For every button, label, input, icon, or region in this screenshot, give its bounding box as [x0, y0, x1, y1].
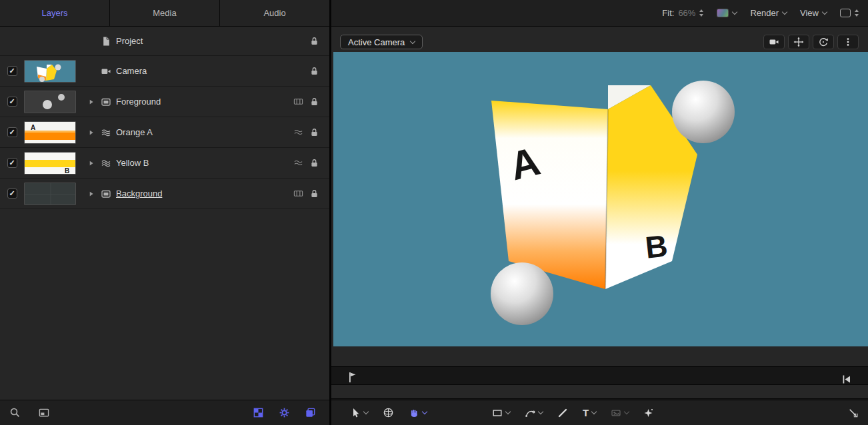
preview-size-icon[interactable] — [38, 407, 50, 418]
sparkle-icon — [643, 408, 654, 418]
rectangle-tool[interactable] — [492, 408, 510, 418]
channels-dropdown[interactable] — [717, 9, 737, 17]
lock-icon[interactable] — [309, 127, 319, 138]
zoom-control[interactable]: Fit: 66% — [662, 8, 703, 18]
svg-text:B: B — [65, 167, 69, 175]
card-left-panel — [491, 101, 608, 289]
disclosure-triangle[interactable] — [87, 98, 95, 106]
expand-timeline-button[interactable] — [847, 407, 859, 418]
foreground-thumbnail[interactable] — [24, 91, 76, 113]
layer-stack-icon — [101, 158, 111, 169]
expand-diagonal-icon — [847, 407, 859, 418]
layer-row-project[interactable]: Project — [0, 27, 329, 56]
layout-stepper[interactable] — [855, 9, 859, 17]
tab-layers[interactable]: Layers — [0, 0, 109, 26]
timeline-scrollbar[interactable] — [331, 384, 868, 399]
rectangle-icon — [492, 408, 503, 418]
paint-stroke-tool[interactable] — [557, 408, 568, 418]
zoom-stepper[interactable] — [699, 9, 703, 17]
search-icon[interactable] — [9, 407, 21, 418]
disclosure-triangle[interactable] — [87, 159, 95, 167]
lock-icon[interactable] — [309, 97, 319, 107]
group-badge-icon[interactable] — [293, 97, 303, 107]
svg-text:A: A — [31, 124, 35, 131]
lock-icon[interactable] — [309, 158, 319, 169]
yellow-b-thumbnail[interactable]: B — [24, 152, 76, 175]
gear-icon[interactable] — [279, 407, 290, 418]
transform-3d-icon — [383, 407, 394, 418]
pan-view-button[interactable] — [788, 35, 809, 49]
layers-panel-footer — [0, 400, 329, 425]
chevron-down-icon — [538, 409, 543, 414]
visibility-checkbox[interactable]: ✓ — [7, 66, 17, 76]
layer-row-foreground[interactable]: ✓ — [0, 87, 329, 117]
group-badge-icon[interactable] — [293, 189, 303, 199]
document-icon — [101, 36, 111, 47]
check-icon: ✓ — [9, 129, 15, 136]
layer-name: Foreground — [115, 97, 293, 107]
layer-name: Camera — [115, 66, 309, 76]
motion-app-window: Layers Media Audio Project — [0, 0, 868, 425]
blend-badge-icon[interactable] — [293, 127, 303, 137]
active-camera-label: Active Camera — [348, 37, 405, 47]
camera-view-buttons — [763, 35, 859, 49]
camera-icon — [101, 66, 111, 77]
lock-icon[interactable] — [309, 66, 319, 77]
mask-tool-disabled[interactable] — [611, 408, 629, 418]
blend-badge-icon[interactable] — [293, 158, 303, 168]
select-tool[interactable] — [350, 408, 368, 418]
scene-3d: A B — [333, 52, 868, 346]
layers-panel-icon[interactable] — [305, 407, 316, 418]
background-thumbnail[interactable] — [24, 183, 76, 205]
pan-hand-tool[interactable] — [409, 408, 427, 418]
layer-list: Project ✓ — [0, 27, 329, 400]
orange-a-thumbnail[interactable]: A — [24, 121, 76, 144]
playhead-marker-icon[interactable] — [349, 372, 357, 383]
lock-icon[interactable] — [309, 189, 319, 199]
tab-media[interactable]: Media — [109, 0, 219, 26]
zoom-value: 66% — [678, 8, 695, 18]
chevron-down-icon — [822, 9, 827, 15]
visibility-checkbox[interactable]: ✓ — [7, 158, 17, 168]
layer-stack-icon — [101, 127, 111, 138]
chevron-down-icon — [732, 9, 737, 15]
layer-row-camera[interactable]: ✓ — [0, 56, 329, 87]
bezier-tool[interactable] — [525, 408, 543, 418]
checkerboard-icon[interactable] — [253, 407, 264, 418]
active-camera-dropdown[interactable]: Active Camera — [340, 35, 423, 49]
adjust-3d-tool[interactable] — [383, 407, 394, 418]
canvas-toolbar: Fit: 66% Render View — [331, 0, 868, 27]
layer-name: Orange A — [115, 127, 293, 137]
view-dropdown[interactable]: View — [800, 8, 827, 18]
tab-audio[interactable]: Audio — [219, 0, 329, 26]
layer-row-orange-a[interactable]: ✓ A — [0, 117, 329, 148]
visibility-checkbox[interactable]: ✓ — [7, 189, 17, 199]
chevron-down-icon — [363, 409, 369, 414]
lock-icon[interactable] — [309, 36, 319, 47]
disclosure-triangle[interactable] — [87, 129, 95, 137]
group-icon — [101, 97, 111, 107]
view-options-button[interactable] — [837, 35, 859, 49]
mini-timeline[interactable] — [331, 366, 868, 400]
layer-name: Project — [115, 36, 309, 46]
pan-arrows-icon — [793, 37, 804, 47]
camera-view-button[interactable] — [763, 35, 785, 49]
text-tool[interactable]: T — [583, 408, 596, 418]
tools-toolbar: T — [331, 400, 868, 425]
layout-control[interactable] — [840, 9, 859, 17]
layer-row-yellow-b[interactable]: ✓ B — [0, 148, 329, 179]
visibility-checkbox[interactable]: ✓ — [7, 127, 17, 137]
visibility-checkbox[interactable]: ✓ — [7, 97, 17, 107]
layer-row-background[interactable]: ✓ — [0, 179, 329, 209]
camera-thumbnail[interactable] — [24, 60, 76, 83]
canvas-viewport[interactable]: A B — [333, 52, 868, 346]
chevron-down-icon — [422, 409, 427, 414]
render-dropdown[interactable]: Render — [750, 8, 787, 18]
disclosure-triangle[interactable] — [87, 190, 95, 198]
timeline-end-marker-icon[interactable] — [843, 375, 851, 384]
layer-name: Yellow B — [115, 158, 293, 168]
video-camera-icon — [769, 37, 779, 47]
orbit-view-button[interactable] — [813, 35, 834, 49]
particles-tool[interactable] — [643, 408, 654, 418]
panel-tab-bar: Layers Media Audio — [0, 0, 329, 27]
